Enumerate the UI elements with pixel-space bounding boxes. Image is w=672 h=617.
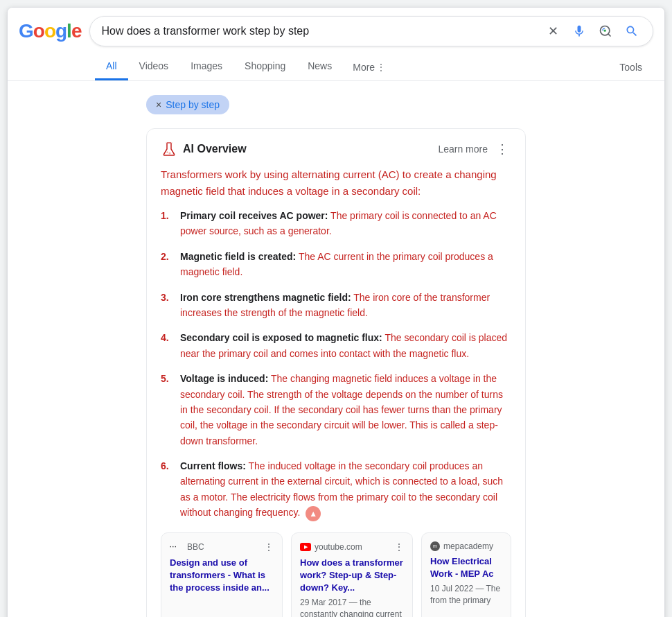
tools-tab[interactable]: Tools	[608, 55, 653, 80]
browser-window: Google ✕	[7, 7, 665, 617]
logo-l: l	[67, 20, 71, 42]
list-content: Iron core strengthens magnetic field: Th…	[180, 290, 511, 321]
list-label: Current flows:	[180, 460, 246, 471]
logo-g2: g	[55, 20, 67, 42]
list-num: 2.	[161, 249, 173, 280]
mic-icon	[572, 24, 586, 38]
card-source-name: youtube.com	[315, 542, 362, 552]
list-num: 3.	[161, 290, 173, 321]
search-input[interactable]	[101, 25, 538, 37]
list-num: 5.	[161, 371, 173, 449]
list-content: Primary coil receives AC power: The prim…	[180, 208, 511, 239]
ai-title: AI Overview	[183, 143, 247, 155]
collapse-button[interactable]: ▲	[306, 506, 321, 521]
ai-header-right: Learn more ⋮	[438, 140, 511, 158]
list-num: 4.	[161, 330, 173, 361]
bbc-dots-indicator: ···	[170, 544, 184, 550]
more-chevron-icon: ⋮	[377, 62, 385, 72]
tab-images[interactable]: Images	[179, 53, 233, 80]
source-card-bbc[interactable]: ··· BBC ⋮ Design and use of transformers…	[161, 532, 283, 617]
svg-point-4	[169, 153, 171, 155]
search-bar: ✕	[89, 16, 653, 46]
list-item: 1. Primary coil receives AC power: The p…	[161, 208, 511, 239]
filter-chip-step-by-step[interactable]: × Step by step	[146, 95, 229, 114]
logo-o1: o	[33, 20, 44, 42]
card-desc: 10 Jul 2022 — The from the primary	[430, 583, 502, 607]
card-title: How does a transformer work? Step-up & S…	[300, 557, 404, 595]
tab-all[interactable]: All	[95, 53, 128, 80]
ai-header-left: AI Overview	[161, 141, 247, 157]
main-content: × Step by step AI Overview	[8, 81, 664, 617]
logo-e: e	[71, 20, 82, 42]
ai-more-dots-icon[interactable]: ⋮	[493, 140, 511, 158]
card-source: ··· BBC	[170, 542, 204, 552]
filter-chips: × Step by step	[8, 89, 664, 120]
svg-rect-5	[166, 142, 173, 144]
list-item: 6. Current flows: The induced voltage in…	[161, 458, 511, 521]
ai-header: AI Overview Learn more ⋮	[161, 140, 511, 158]
list-label: Magnetic field is created:	[180, 251, 296, 262]
list-label: Secondary coil is exposed to magnetic fl…	[180, 332, 382, 343]
search-button[interactable]	[622, 21, 642, 41]
more-label: More	[353, 62, 375, 73]
search-icon	[625, 24, 639, 38]
tab-shopping[interactable]: Shopping	[233, 53, 297, 80]
list-content: Magnetic field is created: The AC curren…	[180, 249, 511, 280]
card-source-name: mepacademy	[443, 541, 493, 551]
tab-news[interactable]: News	[297, 53, 343, 80]
svg-point-2	[604, 30, 606, 32]
card-source: ▶ youtube.com	[300, 542, 362, 552]
card-header: ▶ youtube.com ⋮	[300, 541, 404, 553]
ai-overview-section: AI Overview Learn more ⋮ Transformers wo…	[146, 128, 526, 617]
card-more-dots-icon[interactable]: ⋮	[394, 541, 404, 553]
list-num: 1.	[161, 208, 173, 239]
tab-videos[interactable]: Videos	[128, 53, 180, 80]
logo-g1: G	[19, 20, 33, 42]
lens-button[interactable]	[596, 21, 615, 41]
clear-button[interactable]: ✕	[543, 21, 563, 41]
chip-close-icon[interactable]: ×	[156, 99, 161, 110]
list-content: Current flows: The induced voltage in th…	[180, 458, 511, 521]
card-desc: 29 Mar 2017 — the constantly changing cu…	[300, 597, 404, 617]
ai-flask-icon	[161, 141, 177, 157]
card-header: ··· BBC ⋮	[170, 541, 274, 553]
chip-label: Step by step	[166, 99, 220, 110]
list-item: 5. Voltage is induced: The changing magn…	[161, 371, 511, 449]
lens-icon	[599, 24, 612, 38]
list-item: 2. Magnetic field is created: The AC cur…	[161, 249, 511, 280]
header: Google ✕	[8, 8, 664, 81]
list-label: Iron core strengthens magnetic field:	[180, 292, 351, 303]
svg-line-1	[608, 34, 611, 37]
svg-point-3	[167, 152, 168, 153]
mic-button[interactable]	[569, 21, 589, 41]
list-content: Secondary coil is exposed to magnetic fl…	[180, 330, 511, 361]
source-card-mep[interactable]: m mepacademy How Electrical Work - MEP A…	[421, 532, 511, 617]
ai-intro-text: Transformers work by using alternating c…	[161, 166, 511, 200]
list-content: Voltage is induced: The changing magneti…	[180, 371, 511, 449]
clear-icon: ✕	[548, 24, 558, 39]
card-source-name: BBC	[187, 542, 204, 552]
card-more-dots-icon[interactable]: ⋮	[264, 541, 274, 553]
nav-tabs: All Videos Images Shopping News More ⋮ T…	[19, 53, 653, 80]
list-item: 4. Secondary coil is exposed to magnetic…	[161, 330, 511, 361]
learn-more-link[interactable]: Learn more	[438, 144, 488, 155]
card-title: How Electrical Work - MEP Ac	[430, 555, 502, 580]
card-source: m mepacademy	[430, 541, 493, 551]
list-label: Voltage is induced:	[180, 373, 268, 384]
ai-list: 1. Primary coil receives AC power: The p…	[161, 208, 511, 521]
google-logo: Google	[19, 20, 81, 42]
card-title: Design and use of transformers - What is…	[170, 557, 274, 595]
source-card-youtube[interactable]: ▶ youtube.com ⋮ How does a transformer w…	[291, 532, 413, 617]
more-menu[interactable]: More ⋮	[343, 55, 395, 80]
list-item: 3. Iron core strengthens magnetic field:…	[161, 290, 511, 321]
header-top: Google ✕	[19, 16, 653, 46]
search-icons: ✕	[543, 21, 642, 41]
youtube-favicon-icon: ▶	[300, 543, 311, 551]
mep-favicon-icon: m	[430, 541, 440, 551]
list-label: Primary coil receives AC power:	[180, 210, 328, 221]
card-header: m mepacademy	[430, 541, 502, 551]
list-num: 6.	[161, 458, 173, 521]
source-cards: ··· BBC ⋮ Design and use of transformers…	[161, 532, 511, 617]
logo-o2: o	[44, 20, 55, 42]
